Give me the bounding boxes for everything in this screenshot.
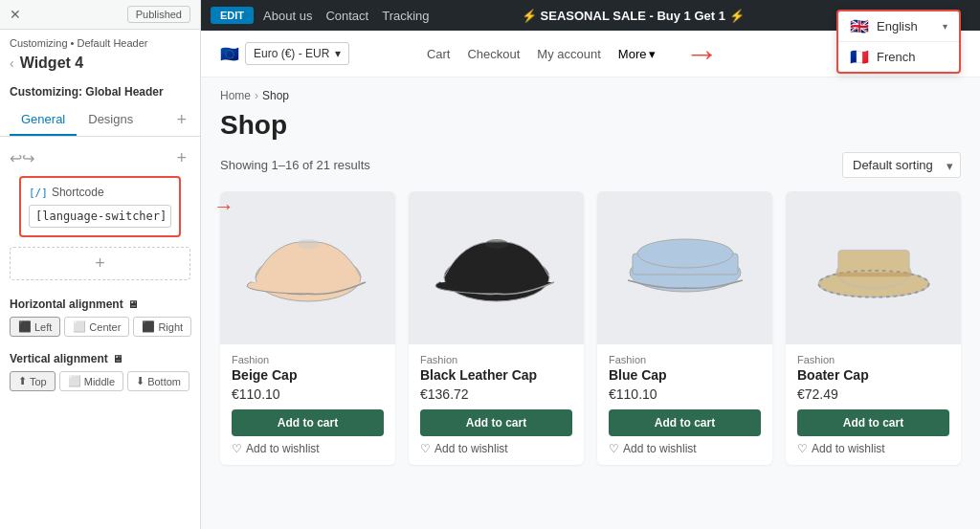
add-tab-button[interactable]: + [172, 104, 190, 136]
shop-meta: Showing 1–16 of 21 results Default sorti… [220, 152, 961, 178]
english-label: English [877, 19, 918, 33]
heart-icon: ♡ [609, 442, 619, 455]
align-right-icon: ⬛ [142, 320, 155, 333]
shortcode-icon: [/] [29, 187, 48, 199]
breadcrumb-current: Shop [262, 89, 289, 102]
shortcode-input[interactable] [29, 205, 171, 228]
french-label: French [877, 50, 915, 64]
language-option-french[interactable]: 🇫🇷 French [838, 42, 959, 72]
sale-lightning-right: ⚡ [729, 9, 745, 23]
product-category: Fashion [797, 354, 949, 365]
align-left-icon: ⬛ [18, 320, 32, 333]
customizer-panel: ✕ Published Customizing • Default Header… [0, 0, 201, 529]
add-to-cart-button[interactable]: Add to cart [420, 409, 572, 436]
cart-link[interactable]: Cart [427, 47, 451, 61]
breadcrumb-nav: Home › Shop [220, 89, 961, 102]
section-title: Customizing: Global Header [0, 79, 200, 104]
vertical-alignment-options: ⬆ Top ⬜ Middle ⬇ Bottom [10, 371, 190, 391]
tab-general[interactable]: General [10, 104, 77, 136]
add-widget-button[interactable]: + [10, 247, 190, 280]
sort-select[interactable]: Default sorting [842, 152, 961, 178]
add-to-wishlist-button[interactable]: ♡ Add to wishlist [797, 442, 885, 455]
add-to-cart-button[interactable]: Add to cart [797, 409, 949, 436]
align-left-button[interactable]: ⬛ Left [10, 317, 60, 337]
main-area: EDIT About us Contact Tracking ⚡ SEASONA… [201, 0, 980, 529]
align-top-icon: ⬆ [18, 375, 27, 387]
back-arrow-button[interactable]: ‹ [10, 55, 14, 71]
big-arrow-icon: → [684, 33, 719, 73]
language-dropdown[interactable]: 🇬🇧 English ▾ 🇫🇷 French [836, 10, 961, 74]
chevron-down-icon: ▾ [943, 21, 947, 32]
breadcrumb-text: Customizing • Default Header [10, 37, 147, 49]
align-center-button[interactable]: ⬜ Center [64, 317, 129, 337]
my-account-link[interactable]: My account [537, 47, 600, 61]
undo-button[interactable]: ↩ [10, 149, 22, 167]
top-nav: About us Contact Tracking [263, 9, 430, 23]
monitor-v-icon: 🖥 [112, 353, 122, 364]
content-area: Home › Shop Shop Showing 1–16 of 21 resu… [201, 77, 980, 529]
more-chevron-icon: ▾ [649, 47, 656, 61]
align-middle-icon: ⬜ [68, 375, 81, 387]
product-image [607, 201, 763, 335]
product-image [230, 201, 386, 335]
product-info: Fashion Black Leather Cap €136.72 Add to… [409, 344, 584, 465]
breadcrumb: Customizing • Default Header [0, 30, 200, 53]
svg-rect-11 [836, 273, 911, 277]
sort-wrapper: Default sorting [842, 152, 961, 178]
checkout-link[interactable]: Checkout [467, 47, 520, 61]
wishlist-label: Add to wishlist [434, 442, 508, 455]
close-button[interactable]: ✕ [10, 7, 21, 22]
monitor-icon: 🖥 [127, 298, 138, 310]
shortcode-label: [/] Shortcode [29, 186, 171, 199]
more-label: More [618, 47, 647, 61]
product-category: Fashion [420, 354, 572, 365]
product-card: Fashion Black Leather Cap €136.72 Add to… [409, 191, 584, 465]
product-name: Blue Cap [609, 367, 761, 383]
tabs-row: General Designs + [0, 104, 200, 137]
vertical-alignment-section: Vertical alignment 🖥 ⬆ Top ⬜ Middle ⬇ Bo… [0, 344, 200, 399]
add-to-wishlist-button[interactable]: ♡ Add to wishlist [232, 442, 320, 455]
product-image [418, 201, 574, 335]
product-category: Fashion [609, 354, 761, 365]
add-to-wishlist-button[interactable]: ♡ Add to wishlist [609, 442, 697, 455]
align-middle-button[interactable]: ⬜ Middle [59, 371, 123, 391]
product-card: Fashion Beige Cap €110.10 Add to cart ♡ … [220, 191, 395, 465]
shop-title: Shop [220, 110, 961, 141]
add-to-wishlist-button[interactable]: ♡ Add to wishlist [420, 442, 508, 455]
align-center-icon: ⬜ [73, 320, 86, 333]
align-right-button[interactable]: ⬛ Right [133, 317, 191, 337]
horizontal-alignment-options: ⬛ Left ⬜ Center ⬛ Right [10, 317, 190, 337]
shortcode-container: [/] Shortcode → [10, 176, 190, 237]
align-top-button[interactable]: ⬆ Top [10, 371, 56, 391]
redo-button[interactable]: ↪ [22, 149, 34, 167]
product-grid: Fashion Beige Cap €110.10 Add to cart ♡ … [220, 191, 961, 465]
add-widget-top-button[interactable]: + [172, 148, 190, 168]
add-to-cart-button[interactable]: Add to cart [232, 409, 384, 436]
product-category: Fashion [232, 354, 384, 365]
align-bottom-button[interactable]: ⬇ Bottom [127, 371, 189, 391]
language-option-english[interactable]: 🇬🇧 English ▾ [838, 11, 959, 42]
product-price: €110.10 [609, 386, 761, 402]
heart-icon: ♡ [420, 442, 431, 455]
heart-icon: ♡ [232, 442, 242, 455]
product-info: Fashion Beige Cap €110.10 Add to cart ♡ … [220, 344, 395, 465]
tab-designs[interactable]: Designs [77, 104, 145, 136]
add-to-cart-button[interactable]: Add to cart [609, 409, 761, 436]
horizontal-alignment-label: Horizontal alignment 🖥 [10, 298, 190, 311]
vertical-alignment-label: Vertical alignment 🖥 [10, 352, 190, 365]
more-dropdown[interactable]: More ▾ [618, 47, 657, 61]
about-us-link[interactable]: About us [263, 9, 312, 23]
english-flag: 🇬🇧 [850, 17, 869, 35]
tracking-link[interactable]: Tracking [382, 9, 429, 23]
sale-text: SEASONAL SALE - Buy 1 Get 1 [541, 9, 725, 23]
edit-button[interactable]: EDIT [211, 7, 254, 24]
results-count: Showing 1–16 of 21 results [220, 158, 370, 172]
currency-label: Euro (€) - EUR [254, 47, 329, 60]
contact-link[interactable]: Contact [325, 9, 368, 23]
breadcrumb-home-link[interactable]: Home [220, 89, 251, 102]
horizontal-alignment-section: Horizontal alignment 🖥 ⬛ Left ⬜ Center ⬛… [0, 290, 200, 344]
product-info: Fashion Boater Cap €72.49 Add to cart ♡ … [786, 344, 961, 465]
wishlist-label: Add to wishlist [623, 442, 697, 455]
annotation-arrow: → [213, 194, 234, 219]
currency-selector[interactable]: Euro (€) - EUR ▾ [245, 42, 349, 65]
